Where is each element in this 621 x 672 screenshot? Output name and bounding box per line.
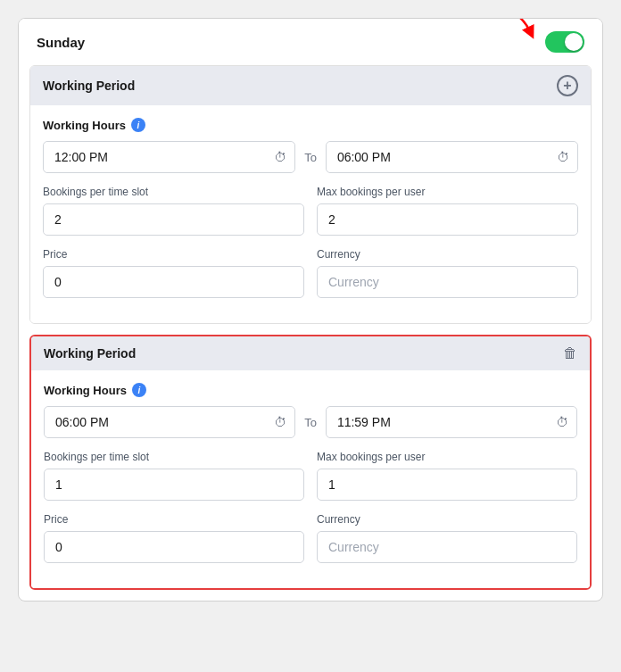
card-header: Sunday [19, 19, 602, 65]
price-input-1[interactable] [43, 266, 304, 298]
max-bookings-group-2: Max bookings per user [317, 451, 577, 501]
price-input-2[interactable] [44, 531, 304, 563]
time-from-input-2[interactable] [44, 406, 295, 438]
time-row-2: ⏱ To ⏱ [44, 406, 577, 438]
wp-body-1: Working Hours i ⏱ To ⏱ Bookings per time… [30, 105, 591, 323]
bookings-per-slot-group-2: Bookings per time slot [44, 451, 304, 501]
currency-input-2[interactable] [317, 531, 577, 563]
working-hours-label-2: Working Hours i [44, 383, 577, 397]
wp-header-title-1: Working Period [43, 79, 135, 93]
add-period-button[interactable]: + [557, 75, 578, 96]
bookings-per-slot-input-1[interactable] [43, 203, 304, 236]
to-label-1: To [304, 151, 317, 164]
working-hours-info-icon-1: i [131, 118, 145, 132]
time-row-1: ⏱ To ⏱ [43, 141, 578, 173]
time-from-wrapper-1: ⏱ [43, 141, 295, 173]
bookings-per-slot-input-2[interactable] [44, 469, 304, 501]
working-hours-label-1: Working Hours i [43, 118, 578, 132]
sunday-card: Sunday Working Period + Working Hours i [18, 18, 603, 601]
price-group-2: Price [44, 513, 304, 563]
time-to-wrapper-1: ⏱ [326, 141, 578, 173]
wp-header-title-2: Working Period [44, 346, 136, 361]
max-bookings-label-2: Max bookings per user [317, 451, 577, 463]
max-bookings-label-1: Max bookings per user [317, 186, 578, 198]
currency-group-1: Currency [317, 248, 578, 298]
price-group-1: Price [43, 248, 304, 298]
currency-label-1: Currency [317, 248, 578, 261]
sunday-toggle[interactable] [545, 31, 584, 53]
wp-header-1: Working Period + [30, 66, 591, 105]
to-label-2: To [304, 416, 317, 429]
wp-body-2: Working Hours i ⏱ To ⏱ Bookings per time… [31, 370, 590, 588]
arrow-annotation [493, 18, 538, 42]
toggle-wrapper [545, 31, 584, 53]
day-title: Sunday [37, 35, 85, 50]
price-currency-row-1: Price Currency [43, 248, 578, 298]
time-from-wrapper-2: ⏱ [44, 406, 295, 438]
bookings-row-2: Bookings per time slot Max bookings per … [44, 451, 577, 501]
currency-input-1[interactable] [317, 266, 578, 298]
working-hours-info-icon-2: i [132, 383, 146, 397]
price-label-1: Price [43, 248, 304, 261]
time-to-input-2[interactable] [326, 406, 577, 438]
currency-label-2: Currency [317, 513, 577, 526]
time-to-wrapper-2: ⏱ [326, 406, 577, 438]
price-label-2: Price [44, 513, 304, 526]
wp-header-2: Working Period 🗑 [31, 336, 590, 370]
bookings-per-slot-label-1: Bookings per time slot [43, 186, 304, 198]
periods-container: Working Period + Working Hours i ⏱ To ⏱ [19, 65, 602, 590]
time-to-input-1[interactable] [326, 141, 578, 173]
bookings-per-slot-label-2: Bookings per time slot [44, 451, 304, 463]
working-period-2: Working Period 🗑 Working Hours i ⏱ To ⏱ [29, 335, 592, 590]
max-bookings-group-1: Max bookings per user [317, 186, 578, 236]
bookings-row-1: Bookings per time slot Max bookings per … [43, 186, 578, 236]
delete-period-button[interactable]: 🗑 [563, 345, 577, 361]
max-bookings-input-1[interactable] [317, 203, 578, 236]
working-period-1: Working Period + Working Hours i ⏱ To ⏱ [29, 65, 592, 324]
price-currency-row-2: Price Currency [44, 513, 577, 563]
time-from-input-1[interactable] [43, 141, 295, 173]
bookings-per-slot-group-1: Bookings per time slot [43, 186, 304, 236]
currency-group-2: Currency [317, 513, 577, 563]
max-bookings-input-2[interactable] [317, 469, 577, 501]
